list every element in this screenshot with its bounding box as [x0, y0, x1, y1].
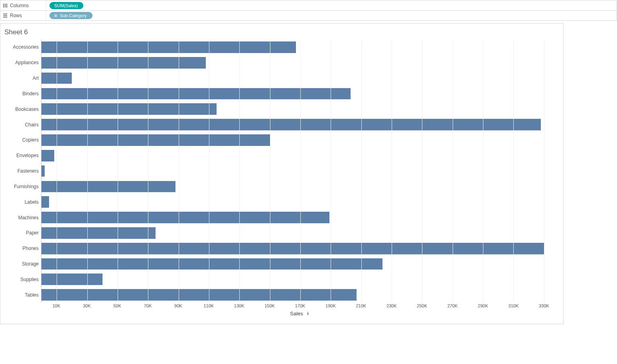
x-axis-tick: 30K: [83, 303, 91, 308]
columns-icon: [3, 3, 8, 8]
y-axis-label[interactable]: Furnishings: [2, 179, 41, 194]
bar[interactable]: [41, 243, 544, 254]
x-axis-tick: 150K: [264, 303, 275, 308]
y-axis-label[interactable]: Phones: [2, 241, 41, 256]
columns-label-text: Columns: [10, 3, 29, 8]
columns-shelf-label: Columns: [3, 3, 46, 8]
columns-pill-sum-sales[interactable]: SUM(Sales): [49, 2, 83, 9]
y-axis-label[interactable]: Envelopes: [2, 148, 41, 163]
bar[interactable]: [41, 41, 296, 53]
columns-shelf[interactable]: Columns SUM(Sales): [0, 0, 617, 10]
plus-icon: ⊞: [54, 14, 57, 18]
bar[interactable]: [41, 150, 54, 161]
gridline: [300, 39, 301, 303]
rows-shelf-label: Rows: [3, 13, 46, 18]
x-axis-tick: 310K: [509, 303, 519, 308]
y-axis-label[interactable]: Art: [2, 71, 41, 86]
bar[interactable]: [41, 212, 329, 223]
bar[interactable]: [41, 181, 175, 193]
x-axis: 10K30K50K70K90K110K130K150K170K190K210K2…: [0, 303, 563, 311]
gridline: [361, 39, 362, 303]
y-axis-label[interactable]: Copiers: [2, 132, 41, 148]
x-axis-tick: 190K: [325, 303, 336, 308]
rows-icon: [3, 13, 8, 18]
bar[interactable]: [41, 196, 49, 208]
plot-region[interactable]: [41, 39, 559, 303]
gridline: [239, 39, 240, 303]
gridline: [453, 39, 453, 303]
svg-rect-1: [5, 4, 6, 8]
bar[interactable]: [41, 289, 357, 301]
gridline: [392, 39, 392, 303]
gridline: [87, 39, 88, 303]
y-axis-label[interactable]: Binders: [2, 86, 41, 101]
rows-pill-subcategory[interactable]: ⊞ Sub-Category: [49, 12, 93, 19]
x-axis-tick: 210K: [356, 303, 366, 308]
bar[interactable]: [41, 165, 45, 177]
y-axis-labels: AccessoriesAppliancesArtBindersBookcases…: [2, 39, 41, 303]
x-axis-tick: 70K: [144, 303, 152, 308]
pin-icon[interactable]: [306, 311, 310, 316]
gridline: [422, 39, 422, 303]
columns-shelf-content[interactable]: SUM(Sales): [46, 0, 614, 10]
bar[interactable]: [41, 88, 351, 100]
x-axis-tick: 270K: [447, 303, 458, 308]
svg-rect-5: [3, 17, 7, 18]
y-axis-label[interactable]: Tables: [2, 287, 41, 303]
x-axis-tick: 250K: [417, 303, 427, 308]
pill-label: SUM(Sales): [54, 3, 78, 8]
y-axis-label[interactable]: Accessories: [2, 39, 41, 55]
chart-area: AccessoriesAppliancesArtBindersBookcases…: [0, 39, 563, 303]
gridline: [270, 39, 270, 303]
x-axis-tick: 50K: [113, 303, 121, 308]
bar[interactable]: [41, 57, 206, 69]
bar[interactable]: [41, 119, 541, 130]
x-axis-tick: 290K: [478, 303, 488, 308]
x-axis-tick: 110K: [203, 303, 214, 308]
sheet-title[interactable]: Sheet 6: [0, 24, 563, 39]
rows-label-text: Rows: [10, 13, 22, 18]
y-axis-label[interactable]: Paper: [2, 225, 41, 241]
gridline: [148, 39, 148, 303]
gridline: [513, 39, 514, 303]
pill-label: Sub-Category: [60, 13, 87, 18]
gridline: [57, 39, 57, 303]
gridline: [544, 39, 544, 303]
x-axis-tick: 90K: [174, 303, 182, 308]
rows-shelf[interactable]: Rows ⊞ Sub-Category: [0, 10, 617, 21]
x-axis-title[interactable]: Sales: [290, 311, 303, 317]
x-axis-tick: 10K: [52, 303, 60, 308]
x-axis-tick: 230K: [386, 303, 397, 308]
gridline: [118, 39, 118, 303]
y-axis-label[interactable]: Fasteners: [2, 163, 41, 179]
bar[interactable]: [41, 273, 103, 285]
y-axis-label[interactable]: Machines: [2, 210, 41, 225]
y-axis-label[interactable]: Bookcases: [2, 101, 41, 117]
viz-panel: Sheet 6 AccessoriesAppliancesArtBindersB…: [0, 23, 564, 324]
y-axis-label[interactable]: Supplies: [2, 272, 41, 287]
svg-rect-3: [3, 14, 7, 14]
gridline: [179, 39, 179, 303]
bar[interactable]: [41, 103, 217, 115]
svg-rect-2: [6, 4, 7, 8]
bar[interactable]: [41, 258, 382, 270]
y-axis-label[interactable]: Labels: [2, 194, 41, 210]
rows-shelf-content[interactable]: ⊞ Sub-Category: [46, 11, 614, 20]
bar[interactable]: [41, 227, 156, 239]
y-axis-label[interactable]: Chairs: [2, 117, 41, 132]
y-axis-label[interactable]: Storage: [2, 256, 41, 272]
gridline: [209, 39, 209, 303]
svg-rect-4: [3, 15, 7, 16]
x-axis-title-row: Sales: [0, 311, 563, 319]
y-axis-label[interactable]: Appliances: [2, 55, 41, 71]
x-axis-tick: 130K: [234, 303, 244, 308]
x-axis-ticks: 10K30K50K70K90K110K130K150K170K190K210K2…: [41, 303, 559, 311]
gridline: [331, 39, 331, 303]
x-axis-tick: 330K: [539, 303, 549, 308]
gridline: [483, 39, 483, 303]
bar[interactable]: [41, 134, 270, 146]
svg-rect-0: [3, 4, 4, 8]
x-axis-tick: 170K: [295, 303, 306, 308]
